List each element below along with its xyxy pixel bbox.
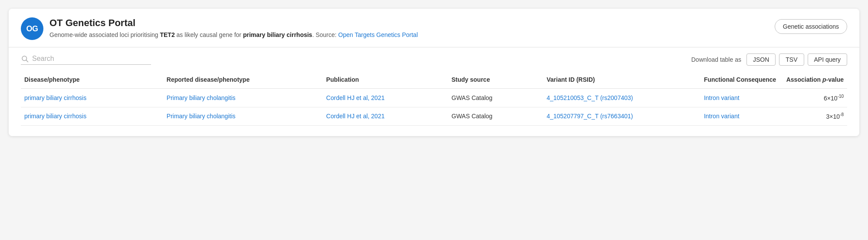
download-row: Download table as JSON TSV API query [691, 53, 847, 66]
cell-pvalue: 3×10-8 [783, 107, 847, 126]
cell-publication: Cordell HJ et al, 2021 [323, 107, 448, 126]
subtitle-mid: as likely causal gene for [175, 31, 243, 38]
variant-id-link[interactable]: 4_105207797_C_T (rs7663401) [546, 113, 633, 120]
download-api-button[interactable]: API query [808, 53, 847, 66]
col-disease: Disease/phenotype [21, 69, 163, 89]
download-label: Download table as [691, 56, 741, 63]
reported-disease-link[interactable]: Primary biliary cholangitis [167, 113, 236, 120]
portal-subtitle: Genome-wide associated loci prioritising… [49, 30, 418, 40]
disease-name: primary biliary cirrhosis [243, 31, 312, 38]
main-card: OG OT Genetics Portal Genome-wide associ… [9, 9, 859, 136]
reported-disease-link[interactable]: Primary biliary cholangitis [167, 94, 236, 101]
variant-id-link[interactable]: 4_105210053_C_T (rs2007403) [546, 94, 633, 101]
svg-line-1 [26, 60, 28, 62]
cell-functional-consequence: Intron variant [700, 89, 783, 107]
cell-variant-id: 4_105207797_C_T (rs7663401) [543, 107, 700, 126]
pvalue-text: 6×10-10 [824, 95, 844, 102]
cell-disease: primary biliary cirrhosis [21, 89, 163, 107]
toolbar: Download table as JSON TSV API query [9, 47, 859, 69]
genetic-associations-button[interactable]: Genetic associations [775, 19, 847, 34]
disease-link[interactable]: primary biliary cirrhosis [24, 113, 86, 120]
logo-avatar: OG [21, 17, 43, 40]
source-link[interactable]: Open Targets Genetics Portal [338, 31, 418, 38]
header-left: OG OT Genetics Portal Genome-wide associ… [21, 17, 418, 40]
table-header: Disease/phenotype Reported disease/pheno… [21, 69, 847, 89]
table-body: primary biliary cirrhosisPrimary biliary… [21, 89, 847, 126]
col-study-source: Study source [448, 69, 543, 89]
subtitle-pre: Genome-wide associated loci prioritising [49, 31, 160, 38]
data-table: Disease/phenotype Reported disease/pheno… [21, 69, 847, 126]
table-row: primary biliary cirrhosisPrimary biliary… [21, 89, 847, 107]
header-text-block: OT Genetics Portal Genome-wide associate… [49, 17, 418, 40]
functional-consequence-link[interactable]: Intron variant [704, 113, 740, 120]
cell-disease: primary biliary cirrhosis [21, 107, 163, 126]
search-icon [21, 55, 29, 63]
disease-link[interactable]: primary biliary cirrhosis [24, 94, 86, 101]
functional-consequence-link[interactable]: Intron variant [704, 94, 740, 101]
cell-functional-consequence: Intron variant [700, 107, 783, 126]
subtitle-source-pre: . Source: [312, 31, 338, 38]
search-input[interactable] [32, 55, 151, 63]
table-row: primary biliary cirrhosisPrimary biliary… [21, 107, 847, 126]
cell-reported-disease: Primary biliary cholangitis [163, 107, 323, 126]
logo-text: OG [26, 24, 38, 33]
cell-study-source: GWAS Catalog [448, 89, 543, 107]
cell-reported-disease: Primary biliary cholangitis [163, 89, 323, 107]
gene-name: TET2 [160, 31, 174, 38]
col-functional-consequence: Functional Consequence [700, 69, 783, 89]
col-variant-id: Variant ID (RSID) [543, 69, 700, 89]
publication-link[interactable]: Cordell HJ et al, 2021 [326, 113, 385, 120]
cell-publication: Cordell HJ et al, 2021 [323, 89, 448, 107]
table-wrapper: Disease/phenotype Reported disease/pheno… [9, 69, 859, 136]
col-reported-disease: Reported disease/phenotype [163, 69, 323, 89]
cell-variant-id: 4_105210053_C_T (rs2007403) [543, 89, 700, 107]
download-json-button[interactable]: JSON [746, 53, 776, 66]
header: OG OT Genetics Portal Genome-wide associ… [9, 9, 859, 47]
cell-pvalue: 6×10-10 [783, 89, 847, 107]
publication-link[interactable]: Cordell HJ et al, 2021 [326, 94, 385, 101]
pvalue-text: 3×10-8 [826, 113, 844, 120]
search-wrapper [21, 55, 151, 65]
download-tsv-button[interactable]: TSV [779, 53, 804, 66]
portal-title: OT Genetics Portal [49, 17, 418, 29]
col-publication: Publication [323, 69, 448, 89]
cell-study-source: GWAS Catalog [448, 107, 543, 126]
col-pvalue: Association p-value [783, 69, 847, 89]
